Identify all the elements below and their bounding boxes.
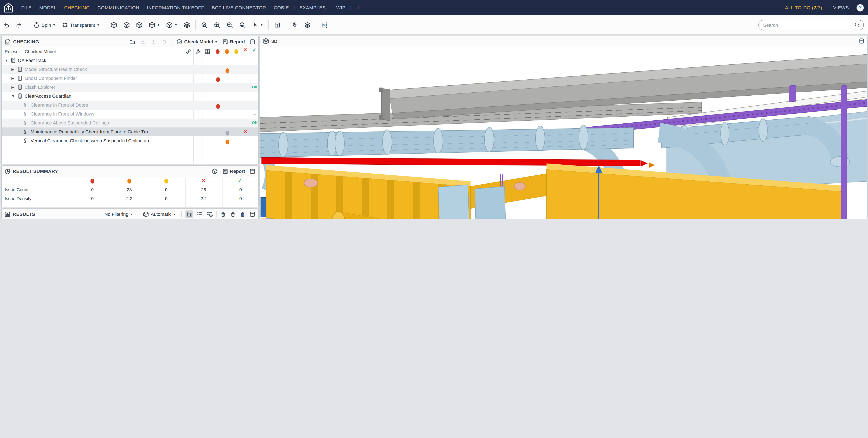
rule-row-selected[interactable]: § Maintenance Reachability Check from Fl… [2,127,258,136]
zoom-in-button[interactable] [210,22,223,28]
ruleset-row[interactable]: ▼ § ClearAccess Guardian [2,92,258,101]
summary-report-button[interactable]: Report [222,168,245,174]
zoom-out-button[interactable] [223,22,236,28]
menu-model[interactable]: MODEL [35,5,60,10]
rule-row[interactable]: § Vertical Clearance Check between Suspe… [2,136,258,145]
menu-bcf-live-connector[interactable]: BCF LIVE CONNECTOR [208,5,270,10]
help-button[interactable]: ? [857,4,864,11]
pick-tool-dropdown[interactable]: ▼ [249,22,266,28]
automatic-dropdown[interactable]: Automatic▼ [143,211,176,217]
ruleset-row[interactable]: ▼ § QA FastTrack [2,56,258,65]
trash-icon[interactable] [161,38,167,45]
red-issue-dot [216,104,220,109]
show-all-dropdown[interactable]: ▼ [163,22,181,28]
section-icon [274,22,280,28]
search-box[interactable] [758,20,864,30]
checking-report-button[interactable]: Report [222,38,245,45]
cube-dots-icon [136,22,143,28]
report-icon [222,38,228,45]
panel-menu-icon[interactable] [858,38,865,44]
orange-issue-dot [225,68,229,73]
views-button[interactable]: VIEWS [828,5,854,10]
section-plane-button[interactable] [271,22,283,28]
hide-component-button[interactable] [107,22,120,28]
walk-mode-button[interactable] [288,22,301,28]
link-column-icon[interactable] [185,49,191,55]
app-logo-icon[interactable] [3,2,14,13]
panel-menu-icon[interactable] [249,168,256,174]
panel-menu-icon[interactable] [249,38,256,45]
open-ruleset-icon[interactable] [129,38,135,45]
menu-file[interactable]: FILE [18,5,35,10]
menu-cobie[interactable]: COBIE [270,5,292,10]
expand-caret-icon[interactable]: ▶ [11,74,14,83]
ruleset-row[interactable]: ▶ § Model Structure Health Check [2,65,258,74]
rule-icon: § [24,101,26,110]
accepted-column-icon[interactable]: ✓ [252,47,256,53]
add-tab-button[interactable]: + [352,4,364,11]
yellow-severity-icon[interactable] [235,49,238,54]
3d-view-title: 3D [271,38,278,43]
svg-text:§: § [20,94,21,98]
expand-caret-icon[interactable]: ▶ [11,83,14,92]
orange-severity-icon [127,179,131,183]
collapse-caret-icon[interactable]: ▼ [5,56,8,65]
zoom-in-icon [213,22,220,28]
zoom-selection-button[interactable] [236,22,249,28]
menu-information-takeoff[interactable]: INFORMATION TAKEOFF [143,5,208,10]
rule-icon: § [24,127,26,136]
tree-view-button[interactable] [185,210,193,218]
check-model-button[interactable]: Check Model▼ [176,38,218,45]
search-input[interactable] [762,22,855,28]
ruleset-icon: § [17,75,23,81]
ruleset-icon: § [17,84,23,90]
list-view-button[interactable] [197,211,203,217]
red-severity-icon[interactable] [216,49,220,54]
show-checked-icon[interactable] [211,168,218,174]
panel-menu-icon[interactable] [249,211,256,217]
ruleset-row[interactable]: ▶ § Ghost Component Finder [2,74,258,83]
menu-examples[interactable]: EXAMPLES [296,5,330,10]
isolate-button[interactable] [133,22,146,28]
import-icon[interactable] [140,38,146,45]
ruleset-header-label: Ruleset – Checked Model [5,49,56,54]
filtering-dropdown[interactable]: No Filtering▼ [104,211,133,217]
highlight-dropdown[interactable]: ▼ [146,22,163,28]
grouping-settings-button[interactable] [206,211,213,217]
add-to-basket-button[interactable] [220,211,226,217]
zoom-extents-button[interactable] [198,22,210,28]
transparency-button[interactable] [180,22,193,28]
menu-wip[interactable]: WIP [333,5,349,10]
undo-button[interactable] [0,22,13,28]
application-window: FILE MODEL CHECKING COMMUNICATION INFORM… [0,0,868,219]
grid-column-icon[interactable] [204,49,211,55]
wrench-column-icon[interactable] [195,49,201,55]
rejected-column-icon[interactable]: ✕ [243,47,247,53]
rule-row[interactable]: § Clearance in Front of Doors [2,101,258,110]
rule-row[interactable]: § Clearance in Front of Windows – [2,110,258,119]
menu-checking[interactable]: CHECKING [60,5,94,10]
light-blue-box[interactable] [475,186,506,219]
spin-dropdown[interactable]: Spin▼ [30,22,59,28]
transparent-dropdown[interactable]: Transparent▼ [59,22,103,28]
hide-similar-button[interactable] [120,22,133,28]
dice-icon [143,211,149,217]
menu-communication[interactable]: COMMUNICATION [94,5,143,10]
light-blue-box[interactable] [438,184,470,219]
export-icon[interactable] [150,38,157,45]
orange-severity-icon[interactable] [225,49,229,54]
layers-button[interactable] [301,22,314,28]
red-cable-tray-selected[interactable] [261,157,655,168]
set-basket-button[interactable] [240,211,246,217]
result-summary-header: RESULT SUMMARY Report [2,166,258,177]
remove-from-basket-button[interactable] [230,211,236,217]
3d-settings-button[interactable]: 3D [318,22,331,28]
collapse-caret-icon[interactable]: ▼ [11,92,15,101]
rule-row[interactable]: § Clearance Above Suspended Ceilings OK [2,119,258,127]
3d-viewport[interactable]: 3,410 mm [260,46,867,219]
ruleset-row[interactable]: ▶ § Clash Explorer OK [2,83,258,92]
redo-button[interactable] [13,22,26,28]
all-todo-button[interactable]: ALL TO-DO (2/7) [779,5,828,10]
expand-caret-icon[interactable]: ▶ [11,65,14,74]
ok-status: OK [251,119,259,127]
